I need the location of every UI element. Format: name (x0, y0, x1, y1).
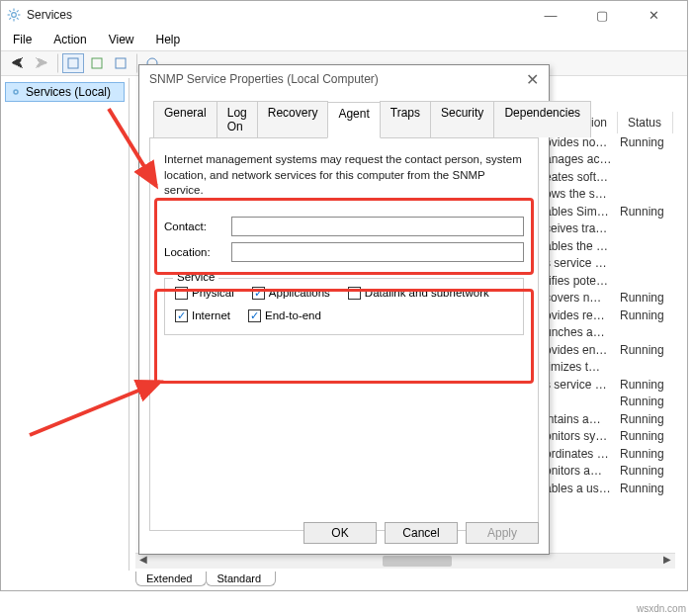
cell-status: Running (612, 412, 673, 426)
service-row[interactable]: ables a us…Running (545, 480, 673, 497)
scroll-right-icon[interactable]: ▶ (659, 554, 675, 570)
cell-description: covers n… (545, 291, 612, 305)
dialog-close-button[interactable]: ✕ (526, 70, 539, 89)
bottom-tabs: Extended Standard (135, 572, 275, 586)
location-input[interactable] (231, 242, 524, 262)
apply-button[interactable]: Apply (466, 522, 539, 544)
service-row[interactable]: s service …Running (545, 376, 673, 394)
service-row[interactable]: intains a…Running (545, 410, 673, 428)
contact-label: Contact: (164, 220, 231, 232)
tab-agent[interactable]: Agent (327, 102, 380, 138)
horizontal-scrollbar[interactable]: ◀ ▶ (135, 553, 675, 569)
service-row[interactable]: s service … (545, 255, 673, 273)
cell-description: onitors sy… (545, 429, 612, 443)
toolbar-icon-3[interactable] (110, 53, 131, 73)
cell-description: ables a us… (545, 482, 612, 495)
menu-file[interactable]: File (9, 31, 36, 48)
svg-line-8 (17, 10, 19, 12)
checkbox-icon: ✓ (248, 309, 261, 322)
service-row[interactable]: timizes t… (545, 359, 673, 377)
agent-description: Internet management systems may request … (164, 152, 524, 199)
scroll-left-icon[interactable]: ◀ (135, 554, 151, 570)
service-row[interactable]: ables the … (545, 237, 673, 255)
service-row[interactable]: ows the s… (545, 186, 673, 204)
tab-security[interactable]: Security (430, 101, 494, 137)
svg-line-5 (9, 10, 11, 12)
cancel-button[interactable]: Cancel (385, 522, 458, 544)
cell-description: ceives tra… (545, 221, 612, 235)
cell-description: anages ac… (545, 152, 612, 166)
cell-description: ables Sim… (545, 205, 612, 219)
cell-status: Running (612, 447, 673, 461)
minimize-button[interactable]: — (537, 8, 564, 23)
watermark: wsxdn.com (637, 603, 686, 614)
forward-button[interactable]: ⮞ (31, 53, 52, 73)
check-datalink[interactable]: Datalink and subnetwork (348, 287, 489, 300)
cell-status: Running (612, 135, 673, 149)
service-row[interactable]: Running (545, 394, 673, 411)
service-row[interactable]: rifies pote… (545, 272, 673, 290)
service-group: Service Physical ✓Applications Datalink … (164, 278, 524, 335)
close-button[interactable]: ✕ (640, 8, 667, 23)
cell-status: Running (612, 378, 673, 392)
agent-panel: Internet management systems may request … (149, 137, 539, 531)
menu-view[interactable]: View (105, 31, 138, 48)
service-row[interactable]: ables Sim…Running (545, 203, 673, 220)
checkbox-icon (175, 287, 188, 300)
service-row[interactable]: eates soft… (545, 168, 673, 186)
tab-extended[interactable]: Extended (135, 572, 207, 586)
contact-input[interactable] (231, 217, 524, 236)
service-row[interactable] (545, 497, 673, 515)
rows-container: ovides no…Runninganages ac…eates soft…ow… (545, 133, 673, 514)
tab-recovery[interactable]: Recovery (257, 101, 329, 137)
window-title: Services (27, 8, 72, 22)
svg-rect-10 (92, 58, 102, 68)
snmp-properties-dialog: SNMP Service Properties (Local Computer)… (138, 64, 550, 555)
separator (56, 53, 58, 73)
service-row[interactable]: onitors sy…Running (545, 428, 673, 446)
cell-description: ables the … (545, 239, 612, 253)
menu-action[interactable]: Action (49, 31, 90, 48)
scroll-thumb[interactable] (383, 556, 452, 567)
svg-point-13 (14, 90, 18, 94)
cell-description: onitors a… (545, 464, 612, 478)
check-endtoend[interactable]: ✓End-to-end (248, 309, 321, 322)
cell-description: unches a… (545, 325, 612, 339)
service-row[interactable]: unches a… (545, 324, 673, 342)
cell-description: eates soft… (545, 170, 612, 184)
service-row[interactable]: covers n…Running (545, 290, 673, 308)
service-row[interactable]: ovides en…Running (545, 341, 673, 359)
ok-button[interactable]: OK (303, 522, 377, 544)
check-physical[interactable]: Physical (175, 287, 234, 300)
checkbox-icon: ✓ (252, 287, 265, 300)
check-internet[interactable]: ✓Internet (175, 309, 230, 322)
service-row[interactable]: ceives tra… (545, 220, 673, 238)
toolbar-icon-2[interactable] (86, 53, 108, 73)
tab-general[interactable]: General (153, 101, 217, 137)
service-row[interactable]: ovides re…Running (545, 307, 673, 324)
service-row[interactable]: onitors a…Running (545, 463, 673, 481)
cell-description: ows the s… (545, 187, 612, 201)
tree-services-local[interactable]: Services (Local) (5, 82, 125, 102)
separator (135, 53, 137, 73)
col-status[interactable]: Status (618, 112, 673, 133)
cell-description: ovides re… (545, 308, 612, 322)
service-row[interactable]: anages ac… (545, 151, 673, 169)
maximize-button[interactable]: ▢ (588, 8, 616, 23)
back-button[interactable]: ⮜ (7, 53, 29, 73)
titlebar: Services — ▢ ✕ (1, 1, 687, 29)
tab-logon[interactable]: Log On (216, 101, 258, 137)
toolbar-icon-1[interactable] (62, 53, 84, 73)
dialog-titlebar: SNMP Service Properties (Local Computer)… (139, 65, 549, 93)
tab-dependencies[interactable]: Dependencies (493, 101, 591, 137)
service-row[interactable]: ordinates …Running (545, 445, 673, 463)
tab-traps[interactable]: Traps (380, 101, 431, 137)
menu-help[interactable]: Help (152, 31, 185, 48)
service-legend: Service (173, 271, 218, 283)
check-applications[interactable]: ✓Applications (252, 287, 330, 300)
location-label: Location: (164, 246, 231, 258)
cell-description: rifies pote… (545, 274, 612, 288)
svg-point-0 (12, 13, 17, 18)
tab-standard[interactable]: Standard (206, 572, 276, 586)
dialog-tabs: General Log On Recovery Agent Traps Secu… (139, 93, 549, 137)
